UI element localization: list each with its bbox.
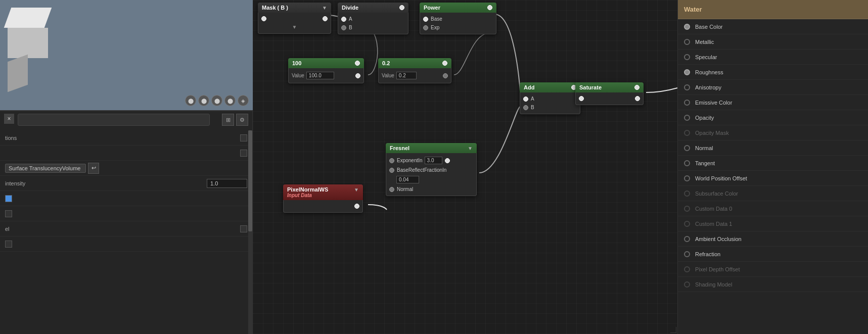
search-bar[interactable]	[18, 114, 210, 126]
prop-checkbox-el[interactable]	[240, 225, 247, 232]
node-fresnel-chevron[interactable]: ▼	[468, 146, 473, 151]
vertical-scrollbar[interactable]	[248, 130, 252, 334]
prop-row-el: el	[0, 221, 252, 236]
mat-prop-row-11[interactable]: Subsurface Color	[678, 186, 868, 201]
node-100-value-pin[interactable]	[355, 73, 360, 78]
node-saturate-body	[575, 92, 644, 105]
node-divide-pin-b: B	[338, 23, 408, 32]
properties-content: tions Surface TranslucencyVolume ↩ inten…	[0, 130, 252, 334]
node-power-base-in[interactable]	[423, 17, 428, 22]
node-saturate-out-pin-2[interactable]	[635, 96, 640, 101]
mat-prop-row-0[interactable]: Base Color	[678, 19, 868, 34]
mat-prop-row-5[interactable]: Emissive Color	[678, 95, 868, 110]
node-fresnel[interactable]: Fresnel ▼ ExponentIn BaseReflectFraction…	[386, 143, 477, 196]
node-divide-header: Divide	[338, 3, 408, 13]
intensity-field[interactable]	[207, 179, 247, 188]
close-button[interactable]: ×	[4, 114, 14, 124]
node-power-exp-label: Exp	[431, 25, 439, 30]
mat-prop-row-3[interactable]: Roughness	[678, 65, 868, 80]
mat-prop-row-2[interactable]: Specular	[678, 50, 868, 65]
mat-prop-pin-4	[684, 84, 690, 90]
node-fresnel-normal-in[interactable]	[389, 187, 394, 192]
node-divide[interactable]: Divide A B	[338, 3, 408, 34]
prop-row-check3	[0, 236, 252, 252]
mat-prop-row-4[interactable]: Anisotropy	[678, 80, 868, 95]
node-fresnel-exponent-out[interactable]	[445, 158, 450, 163]
scrollbar-thumb[interactable]	[248, 130, 252, 231]
viewport-icon-5[interactable]: ◈	[238, 95, 249, 106]
prop-checkbox-tions[interactable]	[240, 134, 247, 141]
node-fresnel-exponent-in[interactable]	[389, 158, 394, 163]
mat-prop-row-10[interactable]: World Position Offset	[678, 171, 868, 186]
viewport-icon-3[interactable]: ⬤	[211, 95, 222, 106]
node-fresnel-exponent-value[interactable]	[425, 157, 442, 164]
node-mask-pin-left[interactable]	[261, 16, 266, 21]
viewport-icon-2[interactable]: ⬤	[198, 95, 209, 106]
node-02-out-pin[interactable]	[442, 61, 447, 66]
node-power[interactable]: Power Base Exp	[420, 3, 496, 34]
node-mask-expand[interactable]: ▼	[292, 24, 297, 30]
node-add-b-in[interactable]	[523, 105, 528, 110]
node-power-exp-in[interactable]	[423, 25, 428, 30]
mat-prop-row-7[interactable]: Opacity Mask	[678, 125, 868, 140]
table-view-button[interactable]: ⊞	[222, 114, 234, 126]
mat-prop-pin-15	[684, 251, 690, 257]
prop-checkbox-check2[interactable]	[5, 210, 12, 217]
node-02-value-input[interactable]	[396, 72, 417, 79]
mat-prop-row-12[interactable]: Custom Data 0	[678, 201, 868, 216]
mat-prop-row-16[interactable]: Pixel Depth Offset	[678, 262, 868, 277]
node-100-out-pin[interactable]	[355, 61, 360, 66]
node-saturate[interactable]: Saturate	[575, 82, 644, 105]
node-mask-chevron[interactable]: ▼	[322, 5, 327, 11]
node-pixelnormal-chevron[interactable]: ▼	[354, 187, 359, 193]
cube-top-face	[4, 8, 52, 28]
node-divide-a-in[interactable]	[341, 17, 346, 22]
viewport-icon-1[interactable]: ⬤	[185, 95, 196, 106]
node-mask[interactable]: Mask ( B ) ▼ ▼	[258, 3, 331, 34]
node-mask-body: ▼	[258, 13, 331, 34]
node-editor[interactable]: Mask ( B ) ▼ ▼ Divide A B	[253, 0, 677, 334]
mat-prop-row-9[interactable]: Tangent	[678, 156, 868, 171]
node-power-pin-exp: Exp	[420, 23, 496, 32]
node-add-a-label: A	[531, 96, 534, 102]
mat-prop-row-14[interactable]: Ambient Occlusion	[678, 231, 868, 247]
node-100-value-label: Value	[292, 73, 304, 78]
node-pixelnormal[interactable]: PixelNormalWS ▼ Input Data	[283, 184, 363, 213]
node-02[interactable]: 0.2 Value	[378, 58, 451, 83]
node-02-value-pin[interactable]	[443, 73, 448, 78]
node-pixelnormal-out-pin[interactable]	[354, 204, 359, 209]
prop-checkbox-check3[interactable]	[5, 241, 12, 248]
node-fresnel-basereflect-value[interactable]	[396, 176, 419, 183]
prop-label-intensity: intensity	[5, 180, 207, 186]
mat-prop-row-15[interactable]: Refraction	[678, 247, 868, 262]
cube-front-face	[8, 28, 48, 58]
prop-checkbox-check1[interactable]	[5, 195, 12, 202]
settings-button[interactable]: ⚙	[236, 114, 248, 126]
node-fresnel-pin-exponent: ExponentIn	[386, 155, 476, 166]
prop-arrow-button[interactable]: ↩	[88, 163, 99, 174]
prop-checkbox-2[interactable]	[240, 150, 247, 157]
node-divide-b-in[interactable]	[341, 25, 346, 30]
node-add[interactable]: Add A B	[520, 82, 580, 114]
viewport-icon-4[interactable]: ⬤	[224, 95, 236, 106]
node-mask-pin-right[interactable]	[323, 16, 328, 21]
node-power-header: Power	[420, 3, 496, 13]
mat-prop-row-6[interactable]: Opacity	[678, 110, 868, 125]
mat-prop-row-8[interactable]: Normal	[678, 140, 868, 156]
mat-prop-row-1[interactable]: Metallic	[678, 34, 868, 50]
node-saturate-out-pin[interactable]	[634, 85, 639, 90]
node-add-title: Add	[524, 84, 534, 90]
mat-prop-row-13[interactable]: Custom Data 1	[678, 216, 868, 231]
node-fresnel-basereflect-in[interactable]	[389, 168, 394, 173]
prop-label-tions: tions	[5, 135, 240, 141]
mat-prop-label-5: Emissive Color	[695, 100, 732, 106]
mat-prop-label-4: Anisotropy	[695, 84, 721, 90]
node-divide-out-pin[interactable]	[399, 5, 404, 10]
surface-dropdown[interactable]: Surface TranslucencyVolume	[5, 164, 86, 173]
node-power-out-pin[interactable]	[487, 5, 492, 10]
mat-prop-row-17[interactable]: Shading Model	[678, 277, 868, 292]
node-100-value-input[interactable]	[306, 72, 334, 79]
node-100[interactable]: 100 Value	[288, 58, 364, 83]
node-add-a-in[interactable]	[523, 97, 528, 102]
node-saturate-in-pin[interactable]	[579, 96, 584, 101]
